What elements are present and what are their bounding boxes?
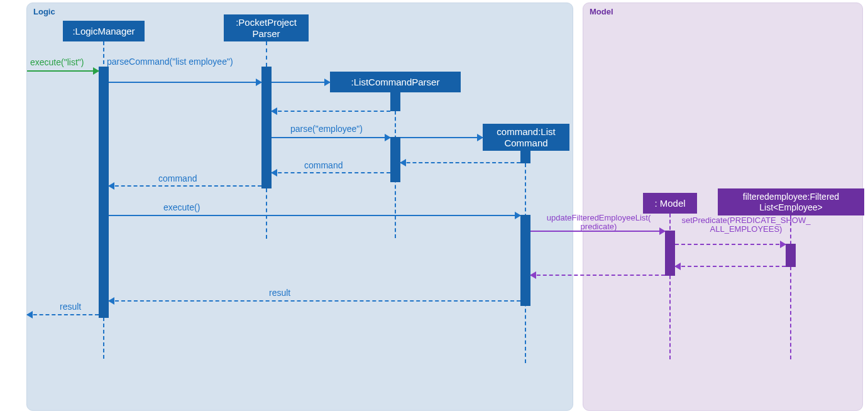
activation-list-command-parser-2 <box>390 137 400 182</box>
activation-model <box>665 231 675 276</box>
participant-list-command: command:List Command <box>483 124 569 151</box>
label-parse-employee: parse("employee") <box>290 124 363 134</box>
participant-logic-manager: :LogicManager <box>63 21 145 41</box>
activation-pocket-project-parser <box>261 67 272 188</box>
label-result-1: result <box>269 288 290 298</box>
participant-pocket-project-parser: :PocketProject Parser <box>224 14 309 41</box>
label-execute: execute() <box>163 202 200 212</box>
activation-logic-manager <box>99 67 109 318</box>
frame-model-title: Model <box>590 7 856 16</box>
label-set-predicate: setPredicate(PREDICATE_SHOW_ ALL_EMPLOYE… <box>680 216 812 234</box>
label-return-command-2: command <box>158 173 197 183</box>
label-update-filtered: updateFilteredEmployeeList( predicate) <box>537 214 660 232</box>
participant-filtered-list: filteredemployee:Filtered List<Employee> <box>718 188 864 215</box>
activation-list-command-1 <box>520 151 530 163</box>
lifeline-pocket-project-parser-top <box>266 41 267 67</box>
activation-list-command-parser-1 <box>390 92 400 111</box>
lifeline-filtered-list <box>790 215 791 359</box>
label-result-2: result <box>60 302 81 312</box>
activation-list-command-2 <box>520 215 530 306</box>
label-parse-command: parseCommand("list employee") <box>107 57 233 67</box>
participant-model: : Model <box>643 193 697 214</box>
lifeline-pocket-project-parser-bottom <box>266 188 267 239</box>
participant-list-command-parser: :ListCommandParser <box>330 72 461 92</box>
label-return-command-1: command <box>304 160 343 170</box>
label-execute-list: execute("list") <box>30 57 84 67</box>
activation-filtered-list <box>786 244 796 267</box>
